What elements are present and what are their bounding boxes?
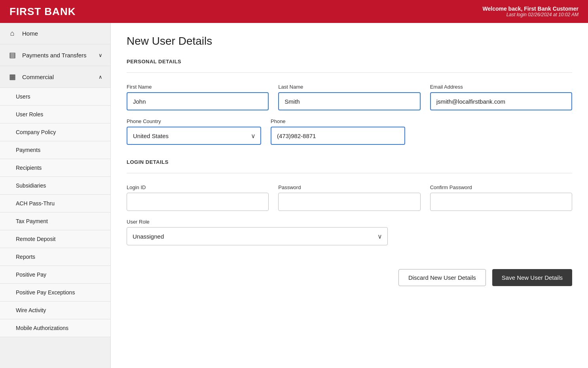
logo: FIRST BANK <box>9 6 76 18</box>
login-details-title: LOGIN DETAILS <box>127 159 572 165</box>
user-role-group: User Role Unassigned Admin Viewer ∨ <box>127 219 572 245</box>
sidebar-user-roles-label: User Roles <box>16 111 43 118</box>
sidebar-commercial-label: Commercial <box>22 74 54 80</box>
sidebar-tax-label: Tax Payment <box>16 218 48 224</box>
sidebar-item-remote-deposit[interactable]: Remote Deposit <box>0 230 110 248</box>
login-id-input[interactable] <box>127 193 269 211</box>
sidebar-remote-deposit-label: Remote Deposit <box>16 236 55 242</box>
personal-details-title: PERSONAL DETAILS <box>127 59 572 64</box>
main-content: New User Details PERSONAL DETAILS First … <box>111 23 588 368</box>
save-button[interactable]: Save New User Details <box>492 269 572 286</box>
confirm-password-input[interactable] <box>430 193 572 211</box>
sidebar-recipients-label: Recipients <box>16 165 42 171</box>
last-name-label: Last Name <box>278 84 420 90</box>
sidebar-item-home[interactable]: ⌂ Home <box>0 23 110 44</box>
confirm-password-group: Confirm Password <box>430 184 572 211</box>
sidebar: ⌂ Home ▤ Payments and Transfers ∨ ▦ Comm… <box>0 23 111 368</box>
login-row-1: Login ID Password Confirm Password <box>127 184 572 211</box>
discard-button[interactable]: Discard New User Details <box>398 269 486 286</box>
login-details-section: LOGIN DETAILS Login ID Password Confirm … <box>127 159 572 245</box>
layout: ⌂ Home ▤ Payments and Transfers ∨ ▦ Comm… <box>0 23 588 368</box>
password-input[interactable] <box>278 193 420 211</box>
home-icon: ⌂ <box>8 29 17 38</box>
sidebar-item-positive-pay-exceptions[interactable]: Positive Pay Exceptions <box>0 284 110 302</box>
sidebar-item-payments[interactable]: Payments <box>0 141 110 159</box>
sidebar-ach-label: ACH Pass-Thru <box>16 200 55 207</box>
phone-country-select[interactable]: United States Canada United Kingdom <box>127 127 261 145</box>
sidebar-users-label: Users <box>16 93 30 100</box>
sidebar-item-subsidiaries[interactable]: Subsidiaries <box>0 177 110 195</box>
personal-details-section: PERSONAL DETAILS First Name Last Name Em… <box>127 59 572 145</box>
sidebar-item-users[interactable]: Users <box>0 88 110 106</box>
sidebar-positive-pay-exceptions-label: Positive Pay Exceptions <box>16 289 75 296</box>
sidebar-item-user-roles[interactable]: User Roles <box>0 106 110 123</box>
first-name-label: First Name <box>127 84 269 90</box>
user-role-wrapper: Unassigned Admin Viewer ∨ <box>127 227 388 245</box>
sidebar-item-ach-pass-thru[interactable]: ACH Pass-Thru <box>0 195 110 212</box>
sidebar-positive-pay-label: Positive Pay <box>16 271 46 278</box>
sidebar-item-tax-payment[interactable]: Tax Payment <box>0 212 110 230</box>
sidebar-wire-activity-label: Wire Activity <box>16 307 46 313</box>
last-name-group: Last Name <box>278 84 420 110</box>
phone-input[interactable] <box>271 127 405 145</box>
building-icon: ▦ <box>8 72 17 81</box>
email-group: Email Address <box>430 84 572 110</box>
phone-group: Phone <box>271 118 405 145</box>
header-welcome: Welcome back, First Bank Customer Last l… <box>483 6 579 17</box>
last-login: Last login 02/26/2024 at 10:02 AM <box>483 12 579 17</box>
empty-group <box>415 118 572 145</box>
page-title: New User Details <box>127 35 572 47</box>
sidebar-item-wire-activity[interactable]: Wire Activity <box>0 302 110 319</box>
sidebar-item-payments[interactable]: ▤ Payments and Transfers ∨ <box>0 44 110 66</box>
welcome-name: Welcome back, First Bank Customer <box>483 6 579 12</box>
sidebar-home-label: Home <box>22 30 38 37</box>
phone-country-label: Phone Country <box>127 118 261 124</box>
sidebar-item-mobile-auth[interactable]: Mobile Authorizations <box>0 319 110 337</box>
login-id-group: Login ID <box>127 184 269 211</box>
personal-row-1: First Name Last Name Email Address <box>127 84 572 110</box>
password-group: Password <box>278 184 420 211</box>
login-divider <box>127 173 572 173</box>
sidebar-payments-label: Payments and Transfers <box>22 52 87 59</box>
login-id-label: Login ID <box>127 184 269 190</box>
sidebar-item-positive-pay[interactable]: Positive Pay <box>0 266 110 284</box>
user-role-label: User Role <box>127 219 572 225</box>
phone-country-group: Phone Country United States Canada Unite… <box>127 118 261 145</box>
sidebar-mobile-auth-label: Mobile Authorizations <box>16 325 68 331</box>
phone-label: Phone <box>271 118 405 124</box>
phone-country-wrapper: United States Canada United Kingdom ∨ <box>127 127 261 145</box>
first-name-input[interactable] <box>127 92 269 110</box>
user-role-select[interactable]: Unassigned Admin Viewer <box>127 227 388 245</box>
chevron-down-icon: ∨ <box>99 52 102 58</box>
email-label: Email Address <box>430 84 572 90</box>
sidebar-payments-sub-label: Payments <box>16 147 40 153</box>
card-icon: ▤ <box>8 51 17 59</box>
sidebar-subsidiaries-label: Subsidiaries <box>16 182 46 189</box>
email-input[interactable] <box>430 92 572 110</box>
button-row: Discard New User Details Save New User D… <box>127 269 572 286</box>
first-name-group: First Name <box>127 84 269 110</box>
confirm-password-label: Confirm Password <box>430 184 572 190</box>
header: FIRST BANK Welcome back, First Bank Cust… <box>0 0 588 23</box>
sidebar-reports-label: Reports <box>16 254 35 260</box>
sidebar-item-reports[interactable]: Reports <box>0 248 110 266</box>
personal-divider <box>127 72 572 73</box>
sidebar-item-company-policy[interactable]: Company Policy <box>0 123 110 141</box>
sidebar-item-recipients[interactable]: Recipients <box>0 159 110 177</box>
password-label: Password <box>278 184 420 190</box>
last-name-input[interactable] <box>278 92 420 110</box>
personal-row-2: Phone Country United States Canada Unite… <box>127 118 572 145</box>
chevron-up-icon: ∧ <box>99 74 102 80</box>
sidebar-item-commercial[interactable]: ▦ Commercial ∧ <box>0 66 110 88</box>
sidebar-company-policy-label: Company Policy <box>16 129 56 135</box>
login-row-2: User Role Unassigned Admin Viewer ∨ <box>127 219 572 245</box>
